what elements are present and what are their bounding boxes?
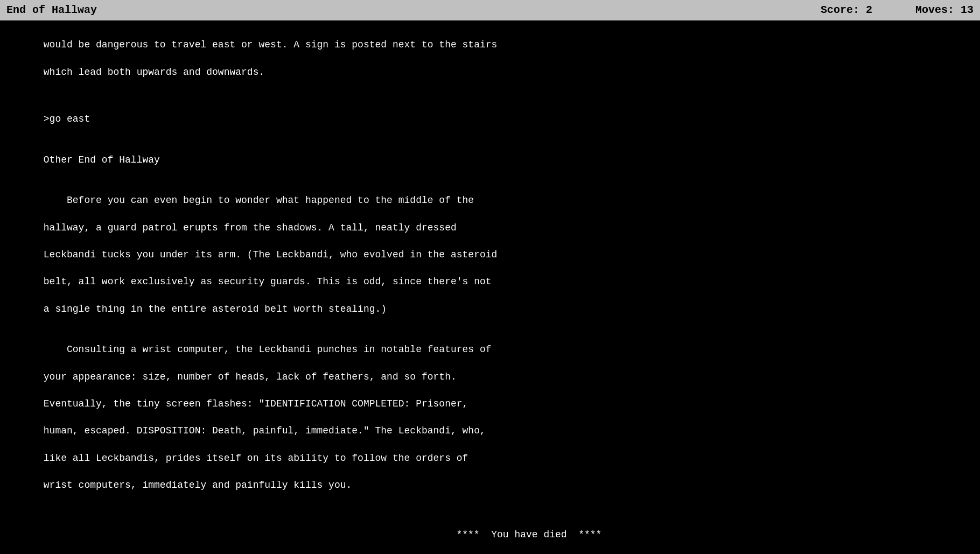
location-text: End of Hallway	[6, 4, 97, 16]
para1-l2: hallway, a guard patrol erupts from the …	[44, 222, 457, 233]
title-bar-stats: Score: 2 Moves: 13	[821, 3, 974, 18]
para1-l1: Before you can even begin to wonder what…	[44, 195, 474, 206]
room-description: Before you can even begin to wonder what…	[9, 180, 971, 329]
room-name: Other End of Hallway	[9, 140, 971, 181]
game-content: would be dangerous to travel east or wes…	[0, 20, 980, 554]
para1-l4: belt, all work exclusively as security g…	[44, 276, 492, 287]
title-bar: End of Hallway Score: 2 Moves: 13	[0, 0, 980, 20]
para1-l5: a single thing in the entire asteroid be…	[44, 304, 387, 314]
moves-display: Moves: 13	[915, 3, 974, 18]
room-name-text: Other End of Hallway	[44, 155, 160, 165]
command-text: >go east	[44, 114, 90, 124]
para1-l3: Leckbandi tucks you under its arm. (The …	[44, 249, 498, 260]
game-location: End of Hallway	[6, 3, 821, 18]
para2-l5: like all Leckbandis, prides itself on it…	[44, 453, 468, 464]
game-window: End of Hallway Score: 2 Moves: 13 would …	[0, 0, 980, 554]
para2-l4: human, escaped. DISPOSITION: Death, pain…	[44, 425, 486, 436]
intro-text: would be dangerous to travel east or wes…	[9, 25, 971, 93]
para2-l6: wrist computers, immediately and painful…	[44, 480, 352, 490]
player-command: >go east	[9, 99, 971, 140]
intro-line1: would be dangerous to travel east or wes…	[44, 39, 498, 50]
leckbandi-description: Consulting a wrist computer, the Leckban…	[9, 329, 971, 506]
para2-l1: Consulting a wrist computer, the Leckban…	[44, 344, 492, 355]
death-message: **** You have died ****	[9, 515, 971, 554]
score-display: Score: 2	[821, 3, 872, 18]
intro-line2: which lead both upwards and downwards.	[44, 67, 264, 78]
para2-l2: your appearance: size, number of heads, …	[44, 371, 457, 382]
para2-l3: Eventually, the tiny screen flashes: "ID…	[44, 398, 468, 409]
death-text: **** You have died ****	[456, 529, 601, 540]
